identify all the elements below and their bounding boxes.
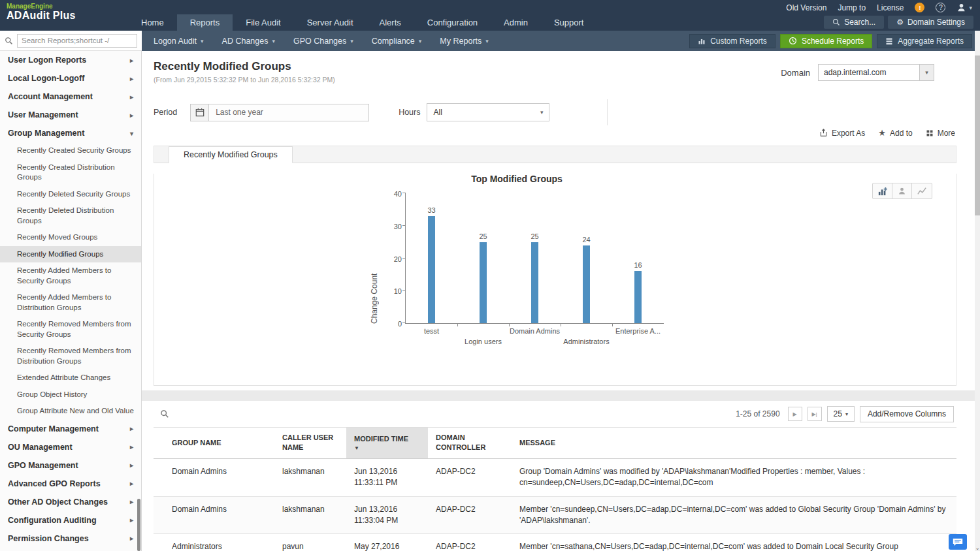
table-toolbar: 1-25 of 2590 ▶ ▶| 25 ▾ Add/Remove Column… [154,401,956,427]
sidebar-item-permission-changes[interactable]: Permission Changes▸ [0,529,141,548]
nav-server-audit[interactable]: Server Audit [294,14,367,31]
sidebar-item-ou-management[interactable]: OU Management▸ [0,438,141,456]
menu-my-reports[interactable]: My Reports▾ [431,31,497,51]
sidebar-item-configuration-auditing[interactable]: Configuration Auditing▸ [0,511,141,529]
nav-support[interactable]: Support [541,14,597,31]
help-icon[interactable]: ? [936,3,945,12]
table-search-icon[interactable] [160,409,169,418]
y-tick-label: 40 [386,190,402,198]
sidebar-item-advanced-gpo-reports[interactable]: Advanced GPO Reports▸ [0,475,141,493]
bar-value-label: 33 [427,206,435,214]
announcement-icon[interactable]: ! [915,3,924,12]
bar[interactable] [428,216,435,323]
feedback-chat-button[interactable] [949,534,967,550]
sidebar-item-recently-removed-members-security[interactable]: Recently Removed Members from Security G… [0,316,141,343]
sidebar-item-dns-changes[interactable]: DNS Changes▸ [0,548,141,551]
bar[interactable] [480,242,487,323]
domain-select[interactable]: adap.internal.com ▾ [818,64,934,81]
sidebar-item-group-object-history[interactable]: Group Object History [0,386,141,403]
sidebar-item-user-logon-reports[interactable]: User Logon Reports▸ [0,51,141,69]
export-as-link[interactable]: Export As [819,129,865,138]
schedule-reports-button[interactable]: Schedule Reports [780,34,872,48]
sidebar-item-recently-removed-members-distribution[interactable]: Recently Removed Members from Distributi… [0,343,141,370]
search-icon[interactable] [5,37,13,45]
user-summary-icon[interactable] [892,183,912,198]
domain-settings-button[interactable]: ⚙ Domain Settings [888,16,973,29]
sidebar-item-recently-deleted-security-groups[interactable]: Recently Deleted Security Groups [0,186,141,203]
add-remove-columns-button[interactable]: Add/Remove Columns [860,406,954,422]
sidebar-item-group-management[interactable]: Group Management▾ [0,124,141,142]
chevron-right-icon: ▸ [130,425,133,432]
nav-configuration[interactable]: Configuration [414,14,491,31]
add-to-link[interactable]: ★ Add to [878,128,912,138]
scroll-down-icon[interactable]: ⌄ [975,546,980,551]
table-row[interactable]: Domain Admins lakshmanan Jun 13,201611:3… [154,458,956,496]
sidebar-item-extended-attribute-changes[interactable]: Extended Attribute Changes [0,370,141,386]
page-scrollbar[interactable]: ⌄ [975,31,980,551]
bar[interactable] [634,271,642,323]
report-search-input[interactable] [17,34,137,48]
column-header-message[interactable]: MESSAGE [512,428,956,459]
nav-admin[interactable]: Admin [491,14,541,31]
y-tick-label: 20 [386,255,402,263]
sidebar-item-user-management[interactable]: User Management▸ [0,106,141,124]
menu-ad-changes[interactable]: AD Changes▾ [213,31,284,51]
sidebar-item-account-management[interactable]: Account Management▸ [0,87,141,106]
table-row[interactable]: Administrators pavun May 27,201612:24:49… [154,534,956,551]
tab-recently-modified-groups[interactable]: Recently Modified Groups [169,146,293,163]
chevron-down-icon: ▾ [350,38,353,44]
license-link[interactable]: License [877,3,904,12]
cell-group-name: Domain Admins [154,458,274,496]
jump-to-link[interactable]: Jump to [838,3,866,12]
menu-logon-audit[interactable]: Logon Audit▾ [144,31,213,51]
bar[interactable] [583,245,590,323]
scrollbar-thumb[interactable] [975,55,980,215]
column-header-group-name[interactable]: GROUP NAME [154,428,274,459]
sidebar-item-recently-deleted-distribution-groups[interactable]: Recently Deleted Distribution Groups [0,202,141,229]
sidebar-scrollbar-thumb[interactable] [137,499,140,551]
cell-caller-user-name: pavun [274,534,346,551]
user-menu[interactable]: ▾ [956,3,972,12]
hours-select[interactable]: All ▾ [427,103,549,121]
nav-alerts[interactable]: Alerts [367,14,414,31]
more-link[interactable]: More [926,129,955,138]
global-search-button[interactable]: Search... [824,16,884,29]
app-header: ManageEngine ADAudit Plus Home Reports F… [0,0,980,31]
sidebar-item-recently-added-members-security[interactable]: Recently Added Members to Security Group… [0,262,141,289]
calendar-icon[interactable] [190,104,209,121]
nav-home[interactable]: Home [128,14,177,31]
sidebar-item-computer-management[interactable]: Computer Management▸ [0,420,141,438]
sidebar-item-group-attribute-new-old-value[interactable]: Group Attribute New and Old Value [0,403,141,420]
sidebar-item-recently-created-security-groups[interactable]: Recently Created Security Groups [0,142,141,159]
period-input[interactable] [209,104,369,121]
custom-reports-button[interactable]: Custom Reports [689,34,776,48]
table-row[interactable]: Domain Admins lakshmanan Jun 13,201611:3… [154,496,956,534]
column-header-modified-time[interactable]: MODIFIED TIME ▼ [346,428,428,459]
bar[interactable] [531,242,538,323]
menu-gpo-changes[interactable]: GPO Changes▾ [284,31,363,51]
last-page-button[interactable]: ▶| [808,407,822,421]
aggregate-reports-button[interactable]: Aggregate Reports [877,34,972,48]
page-size-select[interactable]: 25 ▾ [827,406,855,422]
old-version-link[interactable]: Old Version [786,3,826,12]
sidebar-item-other-ad-object-changes[interactable]: Other AD Object Changes▸ [0,493,141,511]
app-logo[interactable]: ManageEngine ADAudit Plus [7,3,76,22]
nav-file-audit[interactable]: File Audit [233,14,293,31]
sidebar-item-recently-added-members-distribution[interactable]: Recently Added Members to Distribution G… [0,289,141,316]
nav-reports[interactable]: Reports [177,14,233,31]
chevron-down-icon: ▾ [130,130,133,137]
sidebar-item-local-logon-logoff[interactable]: Local Logon-Logoff▸ [0,69,141,87]
column-header-caller-user-name[interactable]: CALLER USER NAME [274,428,346,459]
column-header-domain-controller[interactable]: DOMAIN CONTROLLER [428,428,512,459]
sidebar-item-recently-moved-groups[interactable]: Recently Moved Groups [0,229,141,246]
next-page-button[interactable]: ▶ [788,407,802,421]
sidebar-item-recently-modified-groups[interactable]: Recently Modified Groups [0,246,141,263]
menu-compliance[interactable]: Compliance▾ [363,31,431,51]
bar-group: 25Domain Admins [509,193,561,323]
sidebar-item-recently-created-distribution-groups[interactable]: Recently Created Distribution Groups [0,159,141,186]
cell-group-name: Administrators [154,534,274,551]
sidebar-item-gpo-management[interactable]: GPO Management▸ [0,456,141,475]
bar-chart-icon[interactable] [873,183,892,198]
line-chart-icon[interactable] [912,183,932,198]
x-category-label: Domain Admins [510,327,560,335]
